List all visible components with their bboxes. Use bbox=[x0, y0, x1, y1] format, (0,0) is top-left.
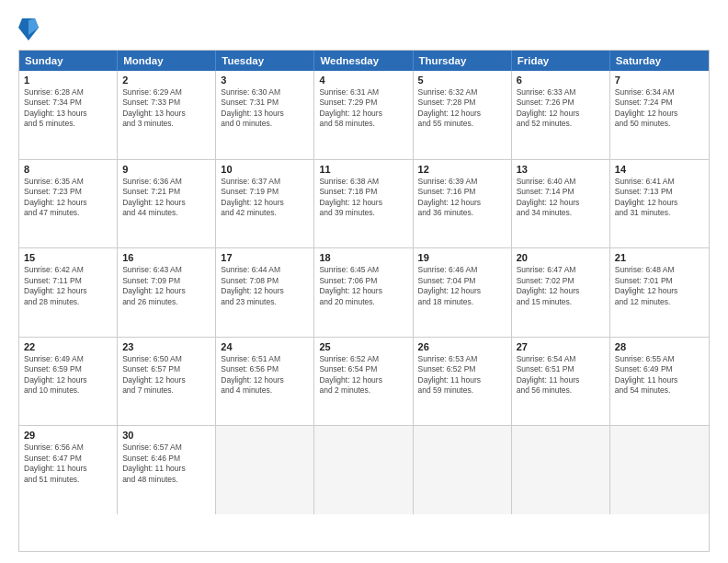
calendar-row-4: 22Sunrise: 6:49 AMSunset: 6:59 PMDayligh… bbox=[19, 338, 709, 427]
cell-info-line: Sunset: 7:31 PM bbox=[221, 98, 309, 108]
cell-info-line: Sunrise: 6:30 AM bbox=[221, 87, 309, 98]
cell-info-line: Sunrise: 6:47 AM bbox=[517, 265, 605, 275]
day-cell-28: 28Sunrise: 6:55 AMSunset: 6:49 PMDayligh… bbox=[610, 338, 709, 426]
cell-info-line: Sunrise: 6:31 AM bbox=[319, 87, 407, 98]
day-number: 23 bbox=[122, 341, 210, 352]
day-number: 15 bbox=[24, 252, 112, 263]
cell-info-line: and 56 minutes. bbox=[517, 385, 605, 396]
cell-info-line: and 55 minutes. bbox=[418, 119, 506, 129]
cell-info-line: Daylight: 12 hours bbox=[319, 375, 407, 385]
cell-info-line: Daylight: 12 hours bbox=[418, 109, 506, 119]
cell-info-line: Sunset: 7:08 PM bbox=[221, 276, 309, 286]
cell-info-line: Sunset: 7:11 PM bbox=[24, 276, 112, 286]
day-cell-5: 5Sunrise: 6:32 AMSunset: 7:28 PMDaylight… bbox=[414, 71, 512, 159]
cell-info-line: Sunset: 7:01 PM bbox=[615, 276, 704, 286]
weekday-header-monday: Monday bbox=[118, 51, 216, 71]
weekday-header-thursday: Thursday bbox=[414, 51, 512, 71]
weekday-header-tuesday: Tuesday bbox=[216, 51, 314, 71]
cell-info-line: and 15 minutes. bbox=[517, 297, 605, 307]
cell-info-line: Sunrise: 6:29 AM bbox=[122, 87, 210, 98]
cell-info-line: Sunrise: 6:39 AM bbox=[418, 177, 506, 187]
day-number: 21 bbox=[615, 252, 704, 263]
cell-info-line: Sunrise: 6:48 AM bbox=[615, 265, 704, 275]
cell-info-line: Daylight: 11 hours bbox=[615, 375, 704, 385]
cell-info-line: Daylight: 12 hours bbox=[122, 375, 210, 385]
cell-info-line: Sunset: 7:04 PM bbox=[418, 276, 506, 286]
cell-info-line: Sunrise: 6:38 AM bbox=[319, 177, 407, 187]
cell-info-line: Daylight: 12 hours bbox=[517, 286, 605, 296]
cell-info-line: Sunrise: 6:34 AM bbox=[615, 87, 704, 98]
cell-info-line: Sunrise: 6:44 AM bbox=[221, 265, 309, 275]
day-cell-11: 11Sunrise: 6:38 AMSunset: 7:18 PMDayligh… bbox=[314, 160, 413, 248]
weekday-header-friday: Friday bbox=[512, 51, 610, 71]
cell-info-line: Sunset: 7:28 PM bbox=[418, 98, 506, 108]
cell-info-line: and 10 minutes. bbox=[24, 385, 112, 396]
cell-info-line: and 51 minutes. bbox=[24, 475, 112, 485]
day-number: 18 bbox=[319, 252, 407, 263]
logo-icon bbox=[18, 15, 39, 40]
cell-info-line: Daylight: 11 hours bbox=[517, 375, 605, 385]
day-cell-23: 23Sunrise: 6:50 AMSunset: 6:57 PMDayligh… bbox=[118, 338, 216, 426]
cell-info-line: and 12 minutes. bbox=[615, 297, 704, 307]
cell-info-line: and 48 minutes. bbox=[122, 475, 210, 485]
cell-info-line: Daylight: 12 hours bbox=[24, 286, 112, 296]
cell-info-line: Daylight: 12 hours bbox=[319, 109, 407, 119]
cell-info-line: and 18 minutes. bbox=[418, 297, 506, 307]
cell-info-line: Sunrise: 6:42 AM bbox=[24, 265, 112, 275]
cell-info-line: and 50 minutes. bbox=[615, 119, 704, 129]
cell-info-line: and 7 minutes. bbox=[122, 385, 210, 396]
cell-info-line: and 0 minutes. bbox=[221, 119, 309, 129]
header bbox=[18, 15, 710, 40]
day-cell-18: 18Sunrise: 6:45 AMSunset: 7:06 PMDayligh… bbox=[314, 248, 413, 337]
cell-info-line: Sunrise: 6:49 AM bbox=[24, 354, 112, 364]
day-number: 4 bbox=[319, 75, 407, 86]
cell-info-line: Daylight: 13 hours bbox=[122, 109, 210, 119]
day-number: 2 bbox=[122, 75, 210, 86]
day-number: 12 bbox=[418, 164, 506, 175]
day-cell-17: 17Sunrise: 6:44 AMSunset: 7:08 PMDayligh… bbox=[216, 248, 314, 337]
cell-info-line: and 52 minutes. bbox=[517, 119, 605, 129]
day-cell-12: 12Sunrise: 6:39 AMSunset: 7:16 PMDayligh… bbox=[414, 160, 512, 248]
cell-info-line: and 20 minutes. bbox=[319, 297, 407, 307]
day-cell-29: 29Sunrise: 6:56 AMSunset: 6:47 PMDayligh… bbox=[19, 426, 118, 514]
empty-cell bbox=[314, 426, 413, 514]
cell-info-line: Daylight: 12 hours bbox=[615, 198, 704, 208]
day-cell-15: 15Sunrise: 6:42 AMSunset: 7:11 PMDayligh… bbox=[19, 248, 118, 337]
cell-info-line: and 58 minutes. bbox=[319, 119, 407, 129]
cell-info-line: Sunrise: 6:40 AM bbox=[517, 177, 605, 187]
day-cell-27: 27Sunrise: 6:54 AMSunset: 6:51 PMDayligh… bbox=[512, 338, 610, 426]
cell-info-line: and 23 minutes. bbox=[221, 297, 309, 307]
day-number: 11 bbox=[319, 164, 407, 175]
day-number: 9 bbox=[122, 164, 210, 175]
cell-info-line: and 34 minutes. bbox=[517, 208, 605, 218]
logo bbox=[18, 15, 42, 40]
day-number: 24 bbox=[221, 341, 309, 352]
cell-info-line: Daylight: 12 hours bbox=[221, 198, 309, 208]
cell-info-line: Daylight: 12 hours bbox=[418, 198, 506, 208]
cell-info-line: and 4 minutes. bbox=[221, 385, 309, 396]
day-cell-25: 25Sunrise: 6:52 AMSunset: 6:54 PMDayligh… bbox=[314, 338, 413, 426]
day-cell-8: 8Sunrise: 6:35 AMSunset: 7:23 PMDaylight… bbox=[19, 160, 118, 248]
cell-info-line: Daylight: 11 hours bbox=[418, 375, 506, 385]
day-cell-1: 1Sunrise: 6:28 AMSunset: 7:34 PMDaylight… bbox=[19, 71, 118, 159]
calendar-body: 1Sunrise: 6:28 AMSunset: 7:34 PMDaylight… bbox=[19, 71, 709, 514]
day-cell-3: 3Sunrise: 6:30 AMSunset: 7:31 PMDaylight… bbox=[216, 71, 314, 159]
cell-info-line: and 2 minutes. bbox=[319, 385, 407, 396]
day-cell-16: 16Sunrise: 6:43 AMSunset: 7:09 PMDayligh… bbox=[118, 248, 216, 337]
cell-info-line: Sunrise: 6:45 AM bbox=[319, 265, 407, 275]
day-number: 20 bbox=[517, 252, 605, 263]
calendar-row-3: 15Sunrise: 6:42 AMSunset: 7:11 PMDayligh… bbox=[19, 248, 709, 338]
cell-info-line: Sunset: 7:19 PM bbox=[221, 187, 309, 197]
cell-info-line: Sunrise: 6:54 AM bbox=[517, 354, 605, 364]
cell-info-line: Sunrise: 6:41 AM bbox=[615, 177, 704, 187]
cell-info-line: Daylight: 13 hours bbox=[24, 109, 112, 119]
cell-info-line: Sunset: 7:02 PM bbox=[517, 276, 605, 286]
day-number: 17 bbox=[221, 252, 309, 263]
cell-info-line: Sunrise: 6:37 AM bbox=[221, 177, 309, 187]
calendar-header: SundayMondayTuesdayWednesdayThursdayFrid… bbox=[19, 51, 709, 71]
cell-info-line: Sunset: 6:54 PM bbox=[319, 364, 407, 374]
cell-info-line: and 5 minutes. bbox=[24, 119, 112, 129]
calendar-row-1: 1Sunrise: 6:28 AMSunset: 7:34 PMDaylight… bbox=[19, 71, 709, 160]
cell-info-line: Daylight: 11 hours bbox=[122, 464, 210, 474]
cell-info-line: and 3 minutes. bbox=[122, 119, 210, 129]
